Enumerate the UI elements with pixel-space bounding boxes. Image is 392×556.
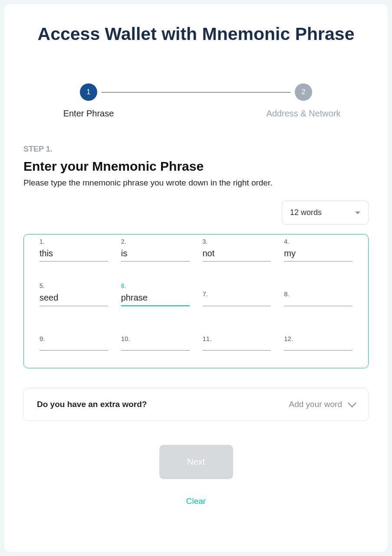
word-label-8: 8. xyxy=(284,290,290,298)
step-indicator: STEP 1. xyxy=(23,145,369,154)
word-field-4[interactable]: 4. xyxy=(284,248,352,261)
word-input-1[interactable] xyxy=(40,248,108,261)
step-1[interactable]: 1 Enter Phrase xyxy=(45,83,132,119)
word-input-11[interactable] xyxy=(203,337,271,350)
word-input-5[interactable] xyxy=(40,292,108,305)
wallet-access-card: Access Wallet with Mnemonic Phrase 1 Ent… xyxy=(4,4,388,552)
word-label-5: 5. xyxy=(40,282,45,289)
word-field-12[interactable]: 12. xyxy=(284,337,352,351)
word-field-2[interactable]: 2. xyxy=(121,248,190,261)
page-title: Access Wallet with Mnemonic Phrase xyxy=(23,24,369,44)
word-input-10[interactable] xyxy=(121,337,190,350)
word-label-11: 11. xyxy=(203,335,212,342)
mnemonic-grid: 1.2.3.4.5.6.7.8.9.10.11.12. xyxy=(23,234,369,368)
extra-word-question: Do you have an extra word? xyxy=(37,400,147,409)
step-1-circle: 1 xyxy=(80,83,97,101)
word-field-1[interactable]: 1. xyxy=(40,248,108,261)
word-label-1: 1. xyxy=(40,238,45,245)
clear-button[interactable]: Clear xyxy=(178,492,214,510)
word-count-value: 12 words xyxy=(290,208,322,217)
word-field-8[interactable]: 8. xyxy=(284,292,352,306)
extra-word-action-label: Add your word xyxy=(289,400,342,409)
word-field-11[interactable]: 11. xyxy=(203,337,271,351)
word-input-7[interactable] xyxy=(203,292,271,305)
word-input-2[interactable] xyxy=(121,248,190,261)
word-label-9: 9. xyxy=(40,335,45,342)
word-label-10: 10. xyxy=(121,335,130,342)
extra-word-row[interactable]: Do you have an extra word? Add your word xyxy=(23,388,369,421)
word-label-6: 6. xyxy=(121,282,126,289)
word-input-4[interactable] xyxy=(284,248,352,261)
section-description: Please type the mnemonic phrase you wrot… xyxy=(23,178,369,188)
word-field-9[interactable]: 9. xyxy=(40,337,108,351)
word-input-8[interactable] xyxy=(284,292,352,305)
word-input-6[interactable] xyxy=(121,292,190,305)
stepper: 1 Enter Phrase 2 Address & Network xyxy=(45,83,347,119)
word-count-select[interactable]: 12 words xyxy=(282,201,369,225)
extra-word-action[interactable]: Add your word xyxy=(289,400,355,409)
word-field-7[interactable]: 7. xyxy=(203,292,271,306)
next-button[interactable]: Next xyxy=(159,445,233,479)
word-field-10[interactable]: 10. xyxy=(121,337,190,351)
word-label-3: 3. xyxy=(203,238,208,245)
word-field-5[interactable]: 5. xyxy=(40,292,108,306)
section-heading: Enter your Mnemonic Phrase xyxy=(23,159,369,174)
word-label-4: 4. xyxy=(284,238,289,245)
word-label-7: 7. xyxy=(203,290,208,298)
word-input-9[interactable] xyxy=(40,337,108,350)
dropdown-icon xyxy=(355,212,360,214)
word-label-12: 12. xyxy=(284,335,293,342)
word-label-2: 2. xyxy=(121,238,126,245)
word-field-3[interactable]: 3. xyxy=(203,248,271,261)
chevron-down-icon xyxy=(348,399,356,407)
word-input-12[interactable] xyxy=(284,337,352,350)
word-input-3[interactable] xyxy=(203,248,271,261)
step-2[interactable]: 2 Address & Network xyxy=(260,83,347,119)
step-1-label: Enter Phrase xyxy=(63,109,114,119)
step-2-label: Address & Network xyxy=(266,109,340,119)
word-field-6[interactable]: 6. xyxy=(121,292,190,306)
step-2-circle: 2 xyxy=(295,83,312,101)
